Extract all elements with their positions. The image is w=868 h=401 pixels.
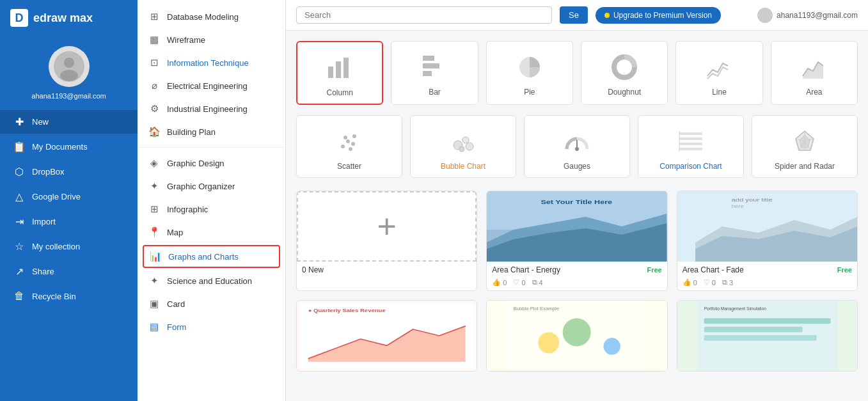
portfolio-thumb: Portfolio Management Simulation xyxy=(677,301,857,371)
pie-label: Pie xyxy=(524,88,535,97)
svg-rect-27 xyxy=(679,148,702,150)
sidebar-item-my-collection[interactable]: ☆ My collection xyxy=(0,235,138,258)
chart-type-doughnut[interactable]: Doughnut xyxy=(581,41,668,105)
middle-label-info-technique: Information Technique xyxy=(167,58,249,68)
middle-item-industrial-engineering[interactable]: ⚙ Industrial Engineering xyxy=(138,97,285,120)
sidebar-item-my-documents[interactable]: 📋 My Documents xyxy=(0,135,138,159)
template-area-energy[interactable]: Set Your Title Here Area Chart - Energy … xyxy=(486,191,667,291)
middle-item-science-education[interactable]: ✦ Science and Education xyxy=(138,269,285,292)
area-fade-copies: ⧉ 3 xyxy=(722,278,733,287)
svg-point-13 xyxy=(346,139,350,143)
chart-type-bar[interactable]: Bar xyxy=(391,41,478,105)
database-icon: ⊞ xyxy=(148,11,161,22)
sidebar-label-new: New xyxy=(32,117,49,127)
user-avatar-small xyxy=(757,8,773,23)
upgrade-label: Upgrade to Premium Version xyxy=(613,11,712,20)
svg-text:add your title: add your title xyxy=(731,197,772,203)
middle-item-electrical-engineering[interactable]: ⌀ Electrical Engineering xyxy=(138,74,285,97)
template-bubble-plot[interactable]: Bubble Plot Example xyxy=(486,300,667,372)
middle-item-card[interactable]: ▣ Card xyxy=(138,292,285,315)
sidebar-item-google-drive[interactable]: △ Google Drive xyxy=(0,185,138,208)
science-icon: ✦ xyxy=(148,275,161,287)
sidebar-item-new[interactable]: ✚ New xyxy=(0,110,138,134)
svg-point-1 xyxy=(64,58,74,68)
doughnut-label: Doughnut xyxy=(608,88,641,97)
middle-item-building-plan[interactable]: 🏠 Building Plan xyxy=(138,120,285,143)
middle-item-graphic-organizer[interactable]: ✦ Graphic Organizer xyxy=(138,175,285,198)
chart-type-pie[interactable]: Pie xyxy=(486,41,573,105)
bar-chart-icon xyxy=(419,52,450,83)
svg-text:Portfolio Management Simulatio: Portfolio Management Simulation xyxy=(704,306,766,311)
import-icon: ⇥ xyxy=(13,216,26,228)
area-energy-badge: Free xyxy=(647,266,661,274)
scatter-chart-icon xyxy=(334,126,365,157)
middle-item-graphs-and-charts[interactable]: 📊 Graphs and Charts xyxy=(143,245,280,268)
gauges-label: Gauges xyxy=(564,162,590,171)
card-icon: ▣ xyxy=(148,298,161,310)
area-fade-stats-row: 👍 0 ♡ 0 ⧉ 3 xyxy=(683,278,733,287)
svg-rect-57 xyxy=(704,327,802,333)
middle-item-infographic[interactable]: ⊞ Infographic xyxy=(138,198,285,221)
svg-rect-58 xyxy=(704,335,816,341)
template-new-blank[interactable]: + 0 New xyxy=(296,191,477,291)
sidebar-item-import[interactable]: ⇥ Import xyxy=(0,210,138,233)
svg-rect-24 xyxy=(679,132,702,135)
svg-rect-6 xyxy=(423,56,434,61)
chart-type-grid-row2: Scatter Bubble Chart xyxy=(296,115,858,178)
svg-point-52 xyxy=(563,318,591,347)
middle-item-graphic-design[interactable]: ◈ Graphic Design xyxy=(138,152,285,175)
chart-type-comparison[interactable]: Comparison Chart xyxy=(638,115,744,178)
upgrade-dot xyxy=(604,13,610,18)
topbar: Se Upgrade to Premium Version ahana1193@… xyxy=(286,0,868,31)
area-fade-stats: 👍 0 ♡ 0 ⧉ 3 xyxy=(677,278,857,290)
area-fade-badge: Free xyxy=(837,266,852,274)
middle-item-map[interactable]: 📍 Map xyxy=(138,221,285,244)
svg-point-2 xyxy=(60,70,78,81)
area-fade-thumb: add your title here xyxy=(677,191,857,262)
svg-rect-3 xyxy=(328,67,333,78)
svg-point-20 xyxy=(459,146,464,152)
search-input[interactable] xyxy=(296,6,552,24)
doughnut-chart-icon xyxy=(609,52,640,83)
comparison-label: Comparison Chart xyxy=(659,162,722,171)
middle-label-graphs: Graphs and Charts xyxy=(168,252,239,262)
middle-item-wireframe[interactable]: ▦ Wireframe xyxy=(138,28,285,51)
template-portfolio[interactable]: Portfolio Management Simulation xyxy=(677,300,858,372)
chart-type-column[interactable]: Column xyxy=(296,41,383,105)
new-blank-footer: 0 New xyxy=(297,262,477,278)
svg-point-53 xyxy=(604,338,620,354)
middle-item-form[interactable]: ▤ Form xyxy=(138,315,285,338)
middle-label-card: Card xyxy=(167,299,185,309)
column-chart-icon xyxy=(324,52,355,83)
middle-label-wireframe: Wireframe xyxy=(167,35,205,45)
svg-rect-5 xyxy=(343,58,349,78)
chart-type-area[interactable]: Area xyxy=(771,41,858,105)
sidebar-item-dropbox[interactable]: ⬡ DropBox xyxy=(0,160,138,184)
sidebar-item-recycle-bin[interactable]: 🗑 Recycle Bin xyxy=(0,285,138,308)
spider-chart-icon xyxy=(789,126,820,157)
upgrade-button[interactable]: Upgrade to Premium Version xyxy=(596,7,721,24)
middle-label-infographic: Infographic xyxy=(167,205,208,214)
chart-type-line[interactable]: Line xyxy=(675,41,762,105)
chart-type-bubble[interactable]: Bubble Chart xyxy=(410,115,516,178)
collection-icon: ☆ xyxy=(13,240,26,253)
template-area-fade[interactable]: add your title here Area Chart - Fade Fr… xyxy=(677,191,858,291)
sidebar-item-share[interactable]: ↗ Share xyxy=(0,260,138,283)
template-quarterly-sales[interactable]: ● Quarterly Sales Revenue xyxy=(296,300,477,372)
chart-type-gauges[interactable]: Gauges xyxy=(524,115,630,178)
svg-point-14 xyxy=(343,136,347,139)
middle-item-database-modeling[interactable]: ⊞ Database Modeling xyxy=(138,5,285,28)
line-chart-icon xyxy=(704,52,734,83)
chart-type-scatter[interactable]: Scatter xyxy=(296,115,402,178)
map-icon: 📍 xyxy=(148,226,161,238)
middle-item-information-technique[interactable]: ⊡ Information Technique xyxy=(138,51,285,74)
chart-type-spider[interactable]: Spider and Radar xyxy=(752,115,858,178)
sidebar-label-recycle-bin: Recycle Bin xyxy=(32,292,76,301)
infographic-icon: ⊞ xyxy=(148,203,161,215)
search-button[interactable]: Se xyxy=(560,6,588,24)
svg-point-21 xyxy=(466,143,473,150)
svg-rect-25 xyxy=(679,138,702,140)
logo-icon: D xyxy=(10,9,28,27)
area-energy-likes: 👍 0 xyxy=(492,278,507,287)
app-logo[interactable]: D edraw max xyxy=(0,0,138,36)
